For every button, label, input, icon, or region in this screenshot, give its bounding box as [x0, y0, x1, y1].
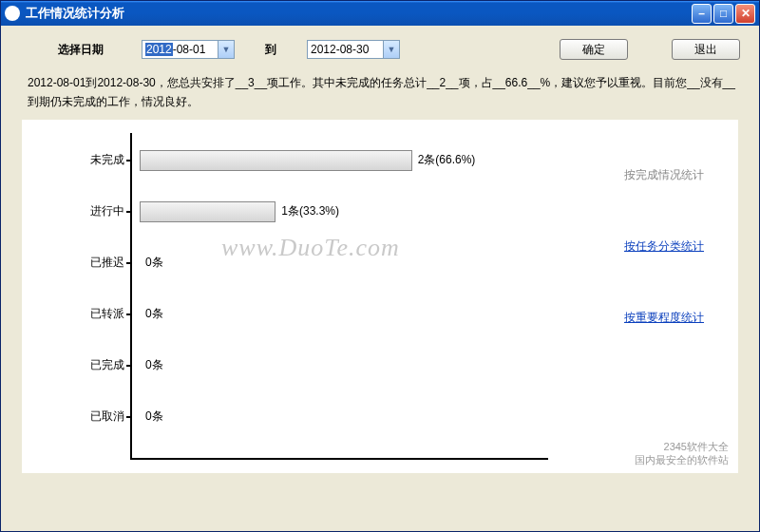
footer-line1: 2345软件大全 — [635, 440, 729, 453]
category-label: 已推迟 — [48, 255, 132, 271]
close-button[interactable]: ✕ — [735, 4, 755, 24]
maximize-button[interactable]: □ — [713, 4, 733, 24]
x-axis — [130, 458, 548, 460]
app-icon — [5, 6, 20, 21]
bar — [140, 201, 276, 222]
exit-button[interactable]: 退出 — [672, 39, 740, 60]
footer-brand: 2345软件大全 国内最安全的软件站 — [635, 440, 729, 467]
window-title: 工作情况统计分析 — [26, 5, 692, 22]
by-type-link[interactable]: 按任务分类统计 — [624, 238, 729, 255]
chart-row: 已完成0条 — [48, 353, 580, 378]
category-label: 已转派 — [48, 306, 132, 322]
window-controls: – □ ✕ — [692, 4, 755, 24]
chart-pane: www.DuoTe.com 未完成2条(66.6%)进行中1条(33.3%)已推… — [22, 120, 738, 473]
chart-row: 已转派0条 — [48, 302, 580, 327]
start-date-picker[interactable]: 2012-08-01 ▼ — [142, 40, 235, 59]
chart-row: 进行中1条(33.3%) — [48, 200, 580, 224]
footer-line2: 国内最安全的软件站 — [635, 453, 729, 466]
bar-chart: 未完成2条(66.6%)进行中1条(33.3%)已推迟0条已转派0条已完成0条已… — [48, 133, 580, 460]
chart-type-links: 按完成情况统计 按任务分类统计 按重要程度统计 — [624, 167, 729, 326]
bar-label: 2条(66.6%) — [418, 152, 476, 168]
chart-row: 未完成2条(66.6%) — [48, 148, 580, 173]
chevron-down-icon[interactable]: ▼ — [218, 41, 234, 58]
category-label: 未完成 — [48, 152, 132, 168]
bar-label: 0条 — [145, 357, 163, 373]
start-date-sel: 2012 — [145, 43, 173, 56]
content: 选择日期 2012-08-01 ▼ 到 2012-08-30 ▼ 确定 退出 2… — [1, 26, 759, 531]
bar-label: 1条(33.3%) — [281, 203, 339, 219]
category-label: 已完成 — [48, 357, 132, 373]
chart-row: 已取消0条 — [48, 405, 580, 429]
bar-label: 0条 — [145, 306, 163, 322]
by-priority-link[interactable]: 按重要程度统计 — [624, 310, 729, 326]
bar-label: 0条 — [145, 408, 163, 425]
end-date-value: 2012-08-30 — [311, 43, 369, 56]
confirm-button[interactable]: 确定 — [560, 39, 628, 60]
bar-label: 0条 — [145, 255, 163, 271]
end-date-picker[interactable]: 2012-08-30 ▼ — [307, 40, 400, 59]
filter-row: 选择日期 2012-08-01 ▼ 到 2012-08-30 ▼ 确定 退出 — [20, 39, 740, 60]
to-label: 到 — [265, 42, 276, 58]
bar — [140, 150, 412, 171]
chevron-down-icon[interactable]: ▼ — [383, 41, 399, 58]
category-label: 进行中 — [48, 203, 132, 219]
app-window: 工作情况统计分析 – □ ✕ 选择日期 2012-08-01 ▼ 到 2012-… — [0, 0, 760, 532]
category-label: 已取消 — [48, 408, 132, 425]
summary-text: 2012-08-01到2012-08-30，您总共安排了__3__项工作。其中未… — [28, 73, 740, 112]
titlebar: 工作情况统计分析 – □ ✕ — [1, 1, 759, 26]
date-label: 选择日期 — [58, 42, 104, 58]
chart-row: 已推迟0条 — [48, 251, 580, 276]
by-status-label: 按完成情况统计 — [624, 167, 729, 183]
minimize-button[interactable]: – — [692, 4, 712, 24]
start-date-rest: -08-01 — [173, 43, 206, 56]
